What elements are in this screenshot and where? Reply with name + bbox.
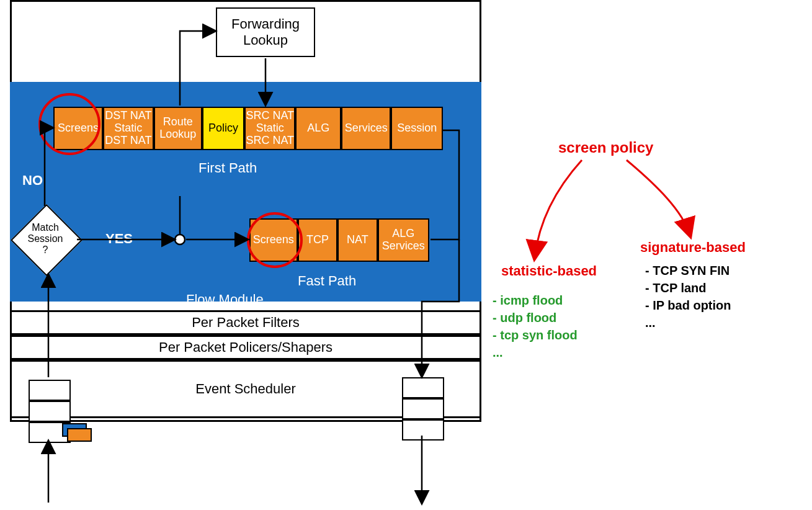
first-path-srcnat-label: SRC NAT Static SRC NAT — [246, 110, 294, 146]
first-path-screens-label: Screens — [58, 122, 99, 135]
first-path-session: Session — [391, 107, 443, 150]
event-scheduler-label: Event Scheduler — [195, 381, 295, 397]
list-item: - tcp syn flood — [493, 326, 578, 344]
screen-policy-title: screen policy — [558, 139, 653, 156]
first-path-route: Route Lookup — [154, 107, 202, 150]
fast-path-label: Fast Path — [298, 273, 356, 289]
fast-path-algsvc: ALG Services — [378, 218, 429, 262]
first-path-alg-label: ALG — [307, 122, 329, 135]
flow-module-label: Flow Module — [186, 292, 264, 308]
packet-icon-orange — [67, 428, 92, 442]
fast-path-algsvc-label: ALG Services — [382, 228, 425, 253]
forwarding-lookup-box: Forwarding Lookup — [216, 7, 315, 57]
first-path-screens: Screens — [53, 107, 103, 150]
first-path-row: Screens DST NAT Static DST NAT Route Loo… — [53, 107, 443, 150]
list-item: ... — [645, 314, 731, 331]
fast-path-row: Screens TCP NAT ALG Services — [249, 218, 429, 262]
signature-based-list: - TCP SYN FIN - TCP land - IP bad option… — [645, 262, 731, 331]
fast-path-nat-label: NAT — [347, 234, 368, 246]
first-path-dstnat: DST NAT Static DST NAT — [103, 107, 154, 150]
first-path-policy: Policy — [202, 107, 245, 150]
match-session-diamond: Match Session ? — [11, 205, 79, 273]
forwarding-lookup-label: Forwarding Lookup — [231, 16, 300, 48]
fast-path-tcp: TCP — [298, 218, 337, 262]
list-item: - icmp flood — [493, 292, 578, 309]
yes-label: YES — [105, 231, 133, 247]
list-item: ... — [493, 344, 578, 361]
list-item: - udp flood — [493, 309, 578, 326]
first-path-policy-label: Policy — [208, 122, 238, 135]
first-path-srcnat: SRC NAT Static SRC NAT — [244, 107, 295, 150]
per-packet-policers-row: Per Packet Policers/Shapers — [10, 335, 481, 360]
per-packet-filters-row: Per Packet Filters — [10, 310, 481, 335]
first-path-services-label: Services — [345, 122, 388, 135]
no-label: NO — [22, 172, 43, 189]
fast-path-nat: NAT — [337, 218, 377, 262]
per-packet-policers-label: Per Packet Policers/Shapers — [159, 339, 332, 356]
list-item: - TCP SYN FIN — [645, 262, 731, 279]
first-path-session-label: Session — [397, 122, 437, 135]
first-path-alg: ALG — [295, 107, 341, 150]
first-path-dstnat-label: DST NAT Static DST NAT — [105, 110, 151, 146]
list-item: - IP bad option — [645, 297, 731, 314]
per-packet-filters-label: Per Packet Filters — [192, 315, 300, 331]
first-path-label: First Path — [199, 160, 257, 176]
first-path-route-label: Route Lookup — [159, 116, 196, 141]
first-path-services: Services — [341, 107, 391, 150]
statistic-based-title: statistic-based — [501, 263, 597, 279]
list-item: - TCP land — [645, 279, 731, 297]
statistic-based-list: - icmp flood - udp flood - tcp syn flood… — [493, 292, 578, 361]
fast-path-screens-label: Screens — [253, 234, 294, 246]
match-session-label: Match Session ? — [28, 222, 63, 256]
fast-path-screens: Screens — [249, 218, 298, 262]
signature-based-title: signature-based — [640, 239, 746, 256]
egress-queue — [402, 377, 444, 441]
fast-path-tcp-label: TCP — [306, 234, 329, 246]
